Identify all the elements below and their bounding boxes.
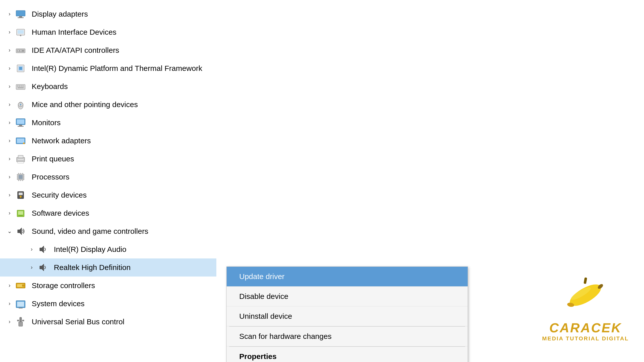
- icon-display-adapters: [14, 8, 27, 21]
- svg-rect-35: [19, 175, 23, 179]
- label-realtek: Realtek High Definition: [54, 263, 131, 272]
- label-software: Software devices: [32, 209, 89, 217]
- device-item-monitors[interactable]: › Monitors: [0, 114, 216, 132]
- icon-mice: [14, 98, 27, 111]
- label-mice: Mice and other pointing devices: [32, 100, 138, 109]
- icon-intel-dynamic: [14, 62, 27, 75]
- label-display-adapters: Display adapters: [32, 10, 88, 18]
- svg-marker-57: [40, 264, 44, 271]
- chevron-network: ›: [5, 138, 14, 144]
- svg-rect-72: [584, 277, 587, 284]
- icon-ide-ata: [14, 44, 27, 57]
- label-security: Security devices: [32, 191, 87, 199]
- svg-rect-14: [17, 85, 18, 86]
- context-menu-disable-device[interactable]: Disable device: [227, 287, 468, 306]
- label-processors: Processors: [32, 173, 69, 181]
- device-item-software[interactable]: › Software devices: [0, 204, 216, 222]
- label-monitors: Monitors: [32, 118, 61, 127]
- device-manager-list: › Display adapters › Human Interface Dev…: [0, 0, 216, 336]
- chevron-realtek: ›: [27, 264, 36, 271]
- label-system: System devices: [32, 299, 85, 308]
- device-item-mice[interactable]: › Mice and other pointing devices: [0, 96, 216, 114]
- chevron-ide-ata: ›: [5, 47, 14, 54]
- chevron-sound: ⌄: [5, 228, 14, 235]
- device-item-usb[interactable]: › Universal Serial Bus control: [0, 313, 216, 331]
- banana-svg: [560, 275, 611, 315]
- svg-rect-2: [18, 17, 24, 18]
- svg-rect-15: [19, 85, 20, 86]
- label-ide-ata: IDE ATA/ATAPI controllers: [32, 46, 119, 55]
- svg-rect-66: [17, 320, 19, 321]
- context-menu-scan-hardware[interactable]: Scan for hardware changes: [227, 327, 468, 346]
- label-storage: Storage controllers: [32, 281, 95, 290]
- svg-rect-9: [20, 50, 22, 51]
- device-item-display-adapters[interactable]: › Display adapters: [0, 5, 216, 23]
- icon-print-queues: [14, 152, 27, 165]
- icon-intel-audio: [36, 243, 49, 256]
- chevron-intel-dynamic: ›: [5, 65, 14, 72]
- chevron-monitors: ›: [5, 119, 14, 126]
- label-intel-dynamic: Intel(R) Dynamic Platform and Thermal Fr…: [32, 64, 202, 73]
- svg-rect-64: [20, 317, 22, 322]
- svg-rect-26: [18, 126, 24, 127]
- icon-software: [14, 207, 27, 220]
- svg-rect-8: [18, 50, 19, 51]
- svg-marker-55: [18, 228, 22, 235]
- chevron-intel-audio: ›: [27, 246, 36, 253]
- chevron-print-queues: ›: [5, 156, 14, 162]
- svg-point-60: [22, 285, 24, 287]
- icon-monitors: [14, 116, 27, 129]
- watermark: CARACEK MEDIA TUTORIAL DIGITAL: [542, 275, 629, 342]
- device-item-intel-dynamic[interactable]: › Intel(R) Dynamic Platform and Thermal …: [0, 59, 216, 77]
- svg-rect-53: [18, 211, 23, 215]
- svg-rect-18: [18, 87, 24, 88]
- device-item-print-queues[interactable]: › Print queues: [0, 150, 216, 168]
- label-network: Network adapters: [32, 137, 91, 145]
- chevron-system: ›: [5, 300, 14, 307]
- svg-rect-62: [17, 302, 24, 307]
- device-item-sound[interactable]: ⌄ Sound, video and game controllers: [0, 222, 216, 240]
- label-intel-audio: Intel(R) Display Audio: [54, 245, 126, 254]
- chevron-keyboards: ›: [5, 83, 14, 90]
- svg-point-29: [23, 143, 25, 144]
- svg-rect-0: [16, 11, 25, 16]
- svg-rect-33: [18, 162, 24, 163]
- chevron-storage: ›: [5, 282, 14, 289]
- svg-rect-16: [21, 85, 22, 86]
- device-item-intel-audio[interactable]: › Intel(R) Display Audio: [0, 240, 216, 258]
- device-item-human-interface[interactable]: › Human Interface Devices: [0, 23, 216, 41]
- icon-system: [14, 297, 27, 310]
- brand-name: CARACEK: [549, 320, 622, 335]
- chevron-human-interface: ›: [5, 29, 14, 35]
- svg-point-5: [20, 35, 21, 36]
- label-usb: Universal Serial Bus control: [32, 318, 124, 326]
- device-item-network[interactable]: › Network adapters: [0, 132, 216, 150]
- chevron-processors: ›: [5, 174, 14, 180]
- device-item-realtek[interactable]: › Realtek High Definition: [0, 258, 216, 277]
- svg-rect-4: [18, 30, 24, 34]
- device-item-keyboards[interactable]: › Keyboards: [0, 77, 216, 96]
- label-print-queues: Print queues: [32, 155, 74, 163]
- context-menu-uninstall-device[interactable]: Uninstall device: [227, 306, 468, 326]
- device-item-processors[interactable]: › Processors: [0, 168, 216, 186]
- device-item-system[interactable]: › System devices: [0, 295, 216, 313]
- chevron-security: ›: [5, 192, 14, 198]
- svg-rect-25: [19, 125, 22, 126]
- icon-usb: [14, 315, 27, 328]
- context-menu-update-driver[interactable]: Update driver: [227, 267, 468, 287]
- svg-rect-67: [22, 320, 24, 321]
- device-item-ide-ata[interactable]: › IDE ATA/ATAPI controllers: [0, 41, 216, 59]
- context-menu: Update driver Disable device Uninstall d…: [226, 266, 468, 362]
- context-menu-properties[interactable]: Properties: [227, 347, 468, 362]
- svg-rect-13: [16, 84, 25, 89]
- svg-rect-32: [18, 155, 23, 158]
- label-keyboards: Keyboards: [32, 82, 68, 91]
- label-sound: Sound, video and game controllers: [32, 227, 148, 236]
- device-item-storage[interactable]: › Storage controllers: [0, 277, 216, 295]
- label-human-interface: Human Interface Devices: [32, 28, 116, 36]
- device-item-security[interactable]: › Security devices: [0, 186, 216, 204]
- icon-security: [14, 189, 27, 202]
- icon-network: [14, 134, 27, 147]
- chevron-usb: ›: [5, 319, 14, 325]
- icon-realtek: [36, 261, 49, 274]
